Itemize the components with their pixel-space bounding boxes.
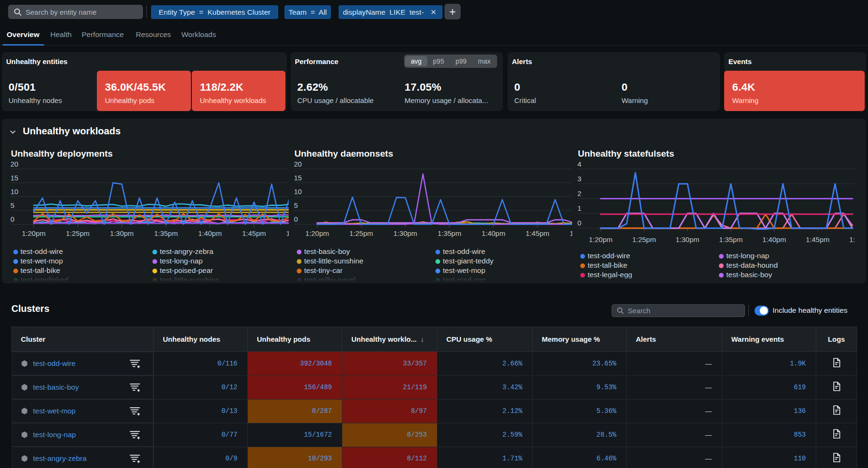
svg-text:1:20pm: 1:20pm: [589, 235, 613, 243]
svg-text:1:45pm: 1:45pm: [526, 229, 549, 237]
svg-text:1:20pm: 1:20pm: [22, 229, 46, 237]
svg-text:1:30pm: 1:30pm: [394, 229, 417, 237]
svg-text:15: 15: [294, 174, 302, 182]
svg-text:1:40pm: 1:40pm: [763, 235, 786, 243]
svg-text:1:35pm: 1:35pm: [154, 229, 178, 237]
svg-text:1:30pm: 1:30pm: [676, 235, 699, 243]
svg-text:0: 0: [10, 215, 14, 223]
svg-text:20: 20: [294, 160, 302, 168]
svg-text:1:25pm: 1:25pm: [349, 229, 373, 237]
svg-text:10: 10: [294, 187, 302, 196]
svg-text:5: 5: [294, 201, 298, 209]
svg-text:3: 3: [577, 175, 581, 183]
svg-text:1:25pm: 1:25pm: [66, 229, 90, 237]
svg-text:1:40pm: 1:40pm: [198, 229, 222, 237]
svg-text:1:25pm: 1:25pm: [632, 235, 656, 243]
svg-text:1:50pm: 1:50pm: [849, 235, 864, 243]
svg-text:1:30pm: 1:30pm: [110, 229, 134, 237]
svg-text:1: 1: [577, 204, 581, 212]
svg-text:20: 20: [10, 160, 19, 168]
svg-text:5: 5: [10, 201, 14, 209]
svg-text:10: 10: [10, 187, 19, 196]
svg-text:1:35pm: 1:35pm: [719, 235, 743, 243]
svg-text:1:40pm: 1:40pm: [481, 229, 505, 237]
svg-text:0: 0: [577, 219, 581, 227]
svg-text:1:35pm: 1:35pm: [437, 229, 461, 237]
svg-text:1:20pm: 1:20pm: [305, 229, 329, 237]
svg-text:1:45pm: 1:45pm: [242, 229, 266, 237]
svg-text:1:45pm: 1:45pm: [806, 235, 830, 243]
svg-text:15: 15: [10, 174, 19, 182]
svg-text:0: 0: [294, 215, 298, 223]
svg-text:4: 4: [577, 160, 581, 168]
svg-text:2: 2: [577, 189, 581, 197]
